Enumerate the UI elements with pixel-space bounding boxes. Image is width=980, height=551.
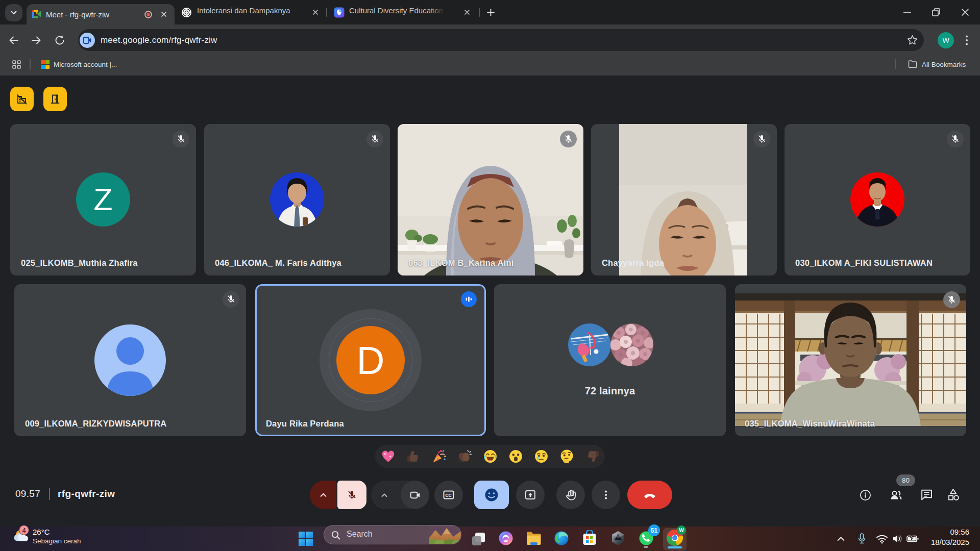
svg-text:CC: CC xyxy=(445,493,451,498)
